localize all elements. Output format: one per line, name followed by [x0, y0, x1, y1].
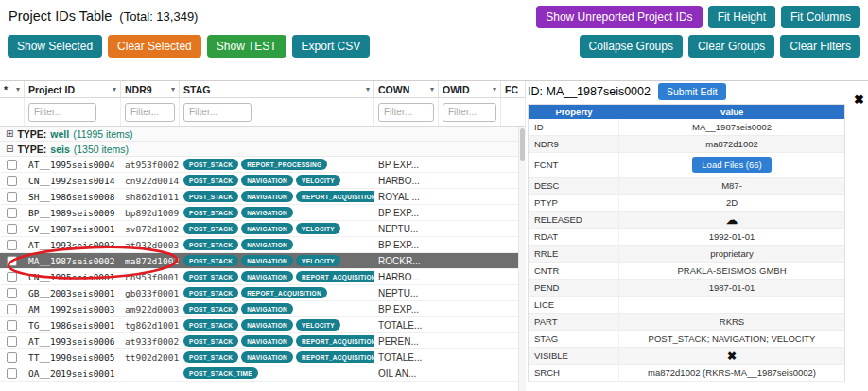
column-filter-input[interactable]: [125, 103, 175, 122]
column-header[interactable]: OWID ▾: [439, 81, 501, 97]
column-header[interactable]: COWN ▾: [374, 81, 439, 97]
group-expand-icon[interactable]: ⊟: [6, 144, 13, 154]
submit-edit-button[interactable]: Submit Edit: [658, 83, 726, 100]
row-checkbox[interactable]: [7, 336, 17, 347]
row-checkbox[interactable]: [7, 176, 17, 186]
row-checkbox[interactable]: [7, 320, 17, 331]
ndr9-cell: tg862d1001: [121, 317, 180, 332]
property-name: RDAT: [529, 229, 619, 245]
row-checkbox[interactable]: [7, 240, 17, 250]
fit-columns-button[interactable]: Fit Columns: [781, 6, 860, 28]
property-row: LICE: [529, 297, 844, 314]
clear-groups-button[interactable]: Clear Groups: [688, 35, 774, 58]
column-menu-icon[interactable]: ▾: [113, 85, 116, 94]
export-csv-button[interactable]: Export CSV: [292, 35, 371, 58]
property-name: VISIBLE: [529, 348, 619, 364]
project-id-cell: AT__1995seis0004: [25, 157, 121, 172]
group-row[interactable]: ⊟ TYPE: seis (1350 items): [0, 142, 526, 157]
column-filter-input[interactable]: [443, 103, 496, 122]
column-menu-icon[interactable]: ▾: [493, 85, 496, 94]
property-row: DESC M87-: [529, 178, 844, 195]
row-checkbox[interactable]: [7, 304, 17, 314]
column-filter-input[interactable]: [28, 103, 96, 122]
row-checkbox[interactable]: [7, 272, 17, 282]
detail-title-label: ID:: [528, 85, 543, 98]
table-row[interactable]: TT__1990seis0005 tt902d2001 POST_STACKNA…: [0, 349, 526, 366]
show-test-button[interactable]: Show TEST: [207, 35, 286, 58]
row-checkbox[interactable]: [7, 160, 17, 170]
table-row[interactable]: BP__1989seis0009 bp892d1009 POST_STACKNA…: [0, 205, 526, 221]
table-row[interactable]: AM__1992seis0003 am922d0003 POST_STACKNA…: [0, 301, 526, 317]
stag-pill: POST_STACK: [183, 207, 238, 218]
table-row[interactable]: OA__2019seis0001 POST_STACK_TIME OIL AN.…: [0, 366, 526, 382]
column-header[interactable]: NDR9 ▾: [121, 81, 180, 97]
close-icon[interactable]: ✖: [854, 94, 864, 106]
property-name: DESC: [529, 178, 619, 194]
property-rows: ID MA__1987seis0002 NDR9 ma872d1002 FCNT…: [529, 119, 844, 382]
show-selected-button[interactable]: Show Selected: [8, 35, 102, 58]
filter-cell: [501, 98, 526, 126]
table-row[interactable]: TG__1986seis0001 tg862d1001 POST_STACKNA…: [0, 317, 526, 333]
stag-cell: POST_STACKNAVIGATIONREPORT_ACQUISITION: [180, 349, 374, 365]
column-menu-icon[interactable]: ▾: [430, 85, 434, 94]
property-name: NDR9: [529, 136, 619, 152]
property-value: PRAKLA-SEISMOS GMBH: [619, 265, 844, 276]
column-filter-input[interactable]: [183, 103, 252, 122]
column-menu-icon[interactable]: ▾: [16, 85, 20, 94]
stag-pill: NAVIGATION: [241, 255, 293, 266]
owid-cell: [439, 157, 501, 172]
column-header[interactable]: FC: [501, 81, 526, 97]
table-row[interactable]: SV__1987seis0001 sv872d1002 POST_STACKNA…: [0, 221, 526, 237]
load-files-button[interactable]: Load Files (66): [692, 157, 771, 173]
property-name: PEND: [529, 280, 619, 296]
clear-filters-button[interactable]: Clear Filters: [780, 35, 860, 58]
column-menu-icon[interactable]: ▾: [366, 85, 370, 94]
cown-cell: HARBO...: [374, 269, 439, 284]
column-filter-input[interactable]: [378, 103, 434, 122]
group-expand-icon[interactable]: ⊞: [6, 129, 13, 139]
row-checkbox[interactable]: [7, 288, 17, 298]
row-checkbox[interactable]: [7, 352, 17, 363]
column-header[interactable]: Project ID ▾: [25, 81, 121, 97]
row-checkbox[interactable]: [7, 224, 17, 234]
table-scrollbar[interactable]: [518, 127, 526, 391]
table-row[interactable]: AT__1993seis0006 at933f0002 POST_STACKNA…: [0, 333, 526, 349]
column-header[interactable]: * ▾: [0, 81, 25, 97]
collapse-groups-button[interactable]: Collapse Groups: [580, 35, 683, 58]
table-row[interactable]: CN__1995seis0001 cn953f0001 POST_STACKNA…: [0, 269, 526, 285]
cown-cell: BP EXP...: [374, 301, 439, 316]
property-value: MA__1987seis0002: [619, 122, 844, 132]
property-value: M87-: [619, 180, 844, 191]
ndr9-cell: am922d0003: [121, 301, 180, 316]
clear-selected-button[interactable]: Clear Selected: [108, 35, 201, 58]
property-name: SRCH: [529, 365, 619, 381]
stag-pill: POST_STACK: [183, 255, 238, 266]
x-icon: ✖: [727, 350, 737, 362]
property-value: 2D: [619, 197, 844, 208]
column-header-label: OWID: [443, 84, 470, 95]
column-header[interactable]: STAG ▾: [180, 81, 374, 97]
property-row: PART RKRS: [529, 314, 844, 331]
stag-pill: NAVIGATION: [241, 223, 293, 234]
scrollbar-thumb[interactable]: [520, 128, 525, 161]
column-menu-icon[interactable]: ▾: [171, 85, 175, 94]
row-checkbox[interactable]: [7, 256, 17, 266]
table-row[interactable]: GB__2003seis0001 gb033f0001 POST_STACKRE…: [0, 285, 526, 301]
row-checkbox[interactable]: [7, 192, 17, 202]
table-row[interactable]: SH__1986seis0008 sh862d1011 POST_STACKNA…: [0, 189, 526, 205]
table-row[interactable]: AT__1993seis0003 at932d0003 POST_STACKNA…: [0, 237, 526, 253]
group-value: well: [50, 128, 69, 140]
fit-height-button[interactable]: Fit Height: [708, 6, 775, 28]
checkbox-cell: [0, 349, 25, 365]
stag-pill: POST_STACK: [183, 319, 238, 331]
table-row[interactable]: AT__1995seis0004 at953f0002 POST_STACKRE…: [0, 157, 526, 173]
stag-cell: POST_STACKREPORT_ACQUISITION: [180, 285, 374, 300]
row-checkbox[interactable]: [7, 208, 17, 218]
show-unreported-button[interactable]: Show Unreported Project IDs: [536, 6, 702, 28]
table-row[interactable]: CN__1992seis0014 cn922d0014 POST_STACKNA…: [0, 173, 526, 189]
filter-cell: [439, 98, 501, 126]
table-row[interactable]: MA__1987seis0002 ma872d1002 POST_STACKNA…: [0, 253, 526, 269]
row-checkbox[interactable]: [7, 368, 17, 379]
titlebar: Project IDs Table (Total: 13,349): [9, 8, 198, 24]
group-row[interactable]: ⊞ TYPE: well (11995 items): [0, 127, 526, 142]
